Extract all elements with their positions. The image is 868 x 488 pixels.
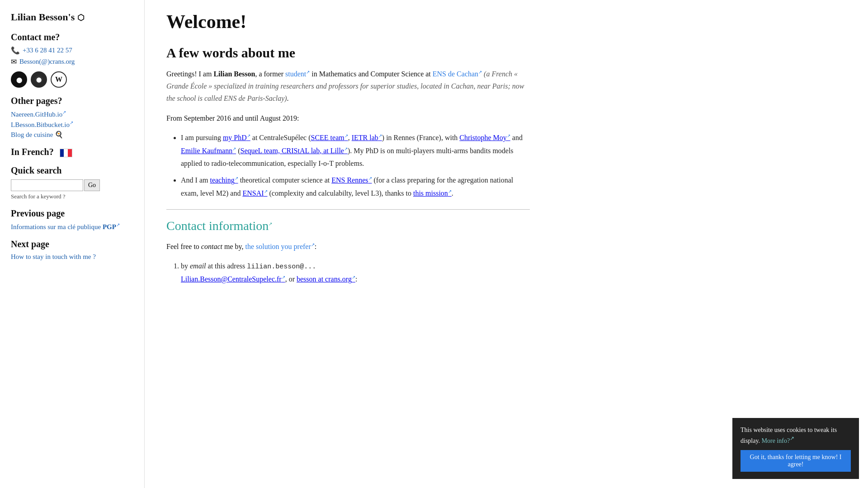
- teaching-link[interactable]: teaching↗: [210, 176, 238, 184]
- section-divider: [166, 209, 530, 210]
- bitbucket-link[interactable]: LBesson.Bitbucket.io↗: [11, 120, 135, 129]
- contact-info-heading: Contact information↗: [166, 219, 530, 233]
- feel-free-paragraph: Feel free to contact me by, the solution…: [166, 240, 530, 253]
- svg-text:⬤: ⬤: [16, 77, 22, 83]
- sequel-link[interactable]: SequeL team, CRIStAL lab, at Lille↗: [241, 147, 348, 155]
- ensai-link[interactable]: ENSAI↗: [242, 189, 267, 197]
- christophe-link[interactable]: Christophe Moy↗: [459, 134, 510, 141]
- email-icon: ✉: [11, 57, 17, 66]
- more-info-link[interactable]: More info?↗: [762, 437, 795, 444]
- wikipedia-icon[interactable]: W: [51, 71, 67, 88]
- bullet-item-1: I am pursuing my PhD↗ at CentraleSupélec…: [181, 131, 530, 170]
- blog-link[interactable]: Blog de cuisine 🍳: [11, 131, 135, 139]
- phone-icon: 📞: [11, 46, 20, 55]
- ietr-link[interactable]: IETR lab↗: [352, 134, 382, 141]
- search-hint: Search for a keyword ?: [11, 193, 135, 200]
- emilie-link[interactable]: Emilie Kaufmann↗: [181, 147, 236, 155]
- main-content: Welcome! A few words about me Greetings!…: [145, 0, 552, 488]
- crans-email-link[interactable]: besson at crans.org↗: [297, 275, 355, 283]
- github-pages-text: Naereen.GitHub.io: [11, 111, 62, 118]
- contact-email-item: by email at this adress lilian.besson@..…: [181, 260, 530, 286]
- french-flag: [60, 149, 72, 157]
- site-title-text: Lilian Besson's: [11, 11, 75, 23]
- other-pages-heading: Other pages?: [11, 96, 135, 106]
- bullet-item-2: And I am teaching↗ theoretical computer …: [181, 174, 530, 200]
- quick-search-heading: Quick search: [11, 165, 135, 176]
- agree-button[interactable]: Got it, thanks for letting me know! I ag…: [741, 450, 851, 472]
- in-french-text: In French?: [11, 147, 54, 157]
- site-title: Lilian Besson's ⬡: [11, 11, 135, 24]
- bitbucket-icon[interactable]: ⬤: [31, 71, 47, 88]
- site-title-block: Lilian Besson's ⬡: [11, 11, 135, 24]
- greetings-pre: Greetings! I am: [166, 70, 213, 78]
- email-link[interactable]: Besson(@)crans.org: [19, 58, 75, 66]
- previous-page-heading: Previous page: [11, 208, 135, 219]
- blog-text: Blog de cuisine: [11, 131, 53, 138]
- student-link[interactable]: student↗: [285, 70, 310, 78]
- next-page-text: How to stay in touch with me ?: [11, 253, 96, 260]
- my-phd-link[interactable]: my PhD↗: [223, 134, 250, 141]
- centralesupelec-email-link[interactable]: Lilian.Besson@CentraleSupelec.fr↗: [181, 275, 285, 283]
- greetings-paragraph: Greetings! I am Lilian Besson, a former …: [166, 68, 530, 105]
- cookie-banner: This website uses cookies to tweak its d…: [732, 418, 859, 479]
- author-name: Lilian Besson: [213, 70, 255, 78]
- search-row: Go: [11, 179, 135, 191]
- blog-icon: 🍳: [55, 131, 63, 138]
- contact-italic: contact: [201, 243, 222, 250]
- email-italic: email: [190, 262, 206, 270]
- phone-line: 📞 +33 6 28 41 22 57: [11, 46, 135, 55]
- email-mono: lilian.besson@...: [247, 263, 316, 271]
- next-page-heading: Next page: [11, 239, 135, 249]
- prev-page-link[interactable]: Informations sur ma clé publique PGP↗: [11, 222, 135, 231]
- search-input[interactable]: [11, 179, 83, 191]
- welcome-title: Welcome!: [166, 11, 530, 33]
- ens-rennes-link[interactable]: ENS Rennes↗: [331, 176, 372, 184]
- contact-heading: Contact me?: [11, 32, 135, 42]
- solution-link[interactable]: the solution you prefer↗: [245, 243, 314, 250]
- github-icon[interactable]: ⬤: [11, 71, 27, 88]
- ens-cachan-link[interactable]: ENS de Cachan↗: [433, 70, 482, 78]
- svg-text:⬤: ⬤: [36, 77, 42, 83]
- phone-link[interactable]: +33 6 28 41 22 57: [23, 47, 72, 54]
- github-pages-link[interactable]: Naereen.GitHub.io↗: [11, 110, 135, 118]
- social-icons: ⬤ ⬤ W: [11, 71, 135, 88]
- sidebar: Lilian Besson's ⬡ Contact me? 📞 +33 6 28…: [0, 0, 145, 488]
- period: .: [287, 94, 289, 102]
- bullet-list: I am pursuing my PhD↗ at CentraleSupélec…: [181, 131, 530, 200]
- contact-list: by email at this adress lilian.besson@..…: [181, 260, 530, 286]
- more-info-text: More info?: [762, 437, 790, 444]
- search-button[interactable]: Go: [84, 179, 100, 191]
- scee-link[interactable]: SCEE team↗: [311, 134, 348, 141]
- about-heading: A few words about me: [166, 45, 530, 61]
- email-line: ✉ Besson(@)crans.org: [11, 57, 135, 66]
- next-page-link[interactable]: How to stay in touch with me ?: [11, 253, 135, 261]
- contact-heading-text: Contact information: [166, 219, 269, 233]
- greetings-mid: , a former: [255, 70, 285, 78]
- greetings-mid2: in Mathematics and Computer Science at: [310, 70, 432, 78]
- phd-period: From September 2016 and until August 201…: [166, 112, 530, 124]
- in-french-heading: In French?: [11, 147, 135, 157]
- title-icon: ⬡: [77, 13, 85, 22]
- bitbucket-text: LBesson.Bitbucket.io: [11, 121, 70, 128]
- mission-link[interactable]: this mission↗: [413, 189, 452, 197]
